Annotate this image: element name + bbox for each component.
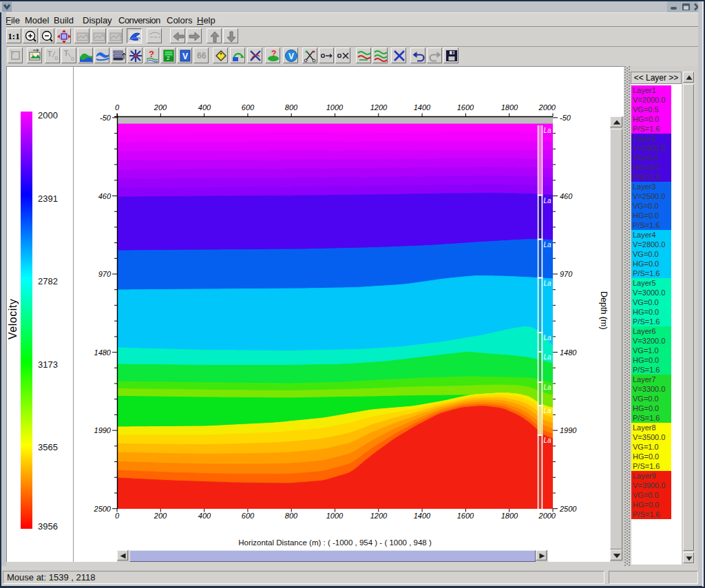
svg-text:1800: 1800 bbox=[501, 512, 518, 520]
svg-text:La: La bbox=[544, 353, 552, 361]
svg-text:800: 800 bbox=[285, 512, 298, 520]
svg-text:1990: 1990 bbox=[94, 426, 112, 434]
svg-text:800: 800 bbox=[285, 103, 298, 112]
svg-text:La: La bbox=[544, 241, 552, 249]
svg-text:1600: 1600 bbox=[457, 512, 474, 520]
svg-text:1200: 1200 bbox=[370, 512, 388, 520]
svg-text:400: 400 bbox=[198, 103, 211, 112]
svg-text:La: La bbox=[544, 197, 552, 204]
svg-text:V: V bbox=[288, 52, 294, 61]
svg-text:2500: 2500 bbox=[559, 505, 577, 513]
svg-text:-50: -50 bbox=[560, 114, 571, 122]
svg-text:1480: 1480 bbox=[94, 348, 112, 357]
svg-text:460: 460 bbox=[98, 192, 112, 200]
svg-text:?: ? bbox=[271, 49, 276, 59]
svg-text:1200: 1200 bbox=[370, 103, 388, 112]
svg-text:T: T bbox=[64, 50, 68, 57]
svg-text:1600: 1600 bbox=[457, 103, 474, 112]
svg-text:1400: 1400 bbox=[414, 512, 431, 520]
svg-text:1000: 1000 bbox=[326, 512, 344, 520]
svg-text:460: 460 bbox=[560, 192, 573, 200]
svg-text:-50: -50 bbox=[100, 114, 112, 122]
svg-text:970: 970 bbox=[98, 270, 112, 278]
svg-text:La: La bbox=[544, 127, 552, 134]
svg-text:2500: 2500 bbox=[94, 505, 112, 513]
svg-text:La: La bbox=[544, 334, 552, 342]
svg-text:1400: 1400 bbox=[414, 103, 431, 112]
svg-text:600: 600 bbox=[242, 512, 255, 520]
svg-text:o: o bbox=[54, 54, 58, 61]
svg-text:1990: 1990 bbox=[560, 426, 577, 434]
svg-text:2000: 2000 bbox=[538, 512, 556, 520]
svg-text:200: 200 bbox=[154, 512, 167, 520]
svg-text:T: T bbox=[48, 50, 52, 58]
svg-text:1480: 1480 bbox=[560, 348, 577, 357]
svg-text:600: 600 bbox=[242, 103, 255, 112]
svg-text:V: V bbox=[182, 52, 188, 61]
svg-text:2: 2 bbox=[167, 55, 170, 61]
svg-text:1000: 1000 bbox=[326, 103, 344, 112]
svg-text:La: La bbox=[544, 407, 552, 414]
svg-text:400: 400 bbox=[198, 512, 211, 520]
svg-text:66: 66 bbox=[197, 51, 207, 61]
svg-text:1800: 1800 bbox=[501, 103, 518, 112]
svg-text:200: 200 bbox=[154, 103, 167, 112]
svg-text:0: 0 bbox=[115, 103, 120, 112]
svg-text:0: 0 bbox=[115, 512, 120, 520]
svg-text:La: La bbox=[544, 437, 552, 444]
svg-text:La: La bbox=[544, 280, 552, 287]
svg-text:o: o bbox=[71, 55, 74, 62]
svg-text:La: La bbox=[544, 384, 552, 391]
svg-text:2000: 2000 bbox=[538, 103, 556, 112]
svg-text:970: 970 bbox=[560, 270, 573, 278]
